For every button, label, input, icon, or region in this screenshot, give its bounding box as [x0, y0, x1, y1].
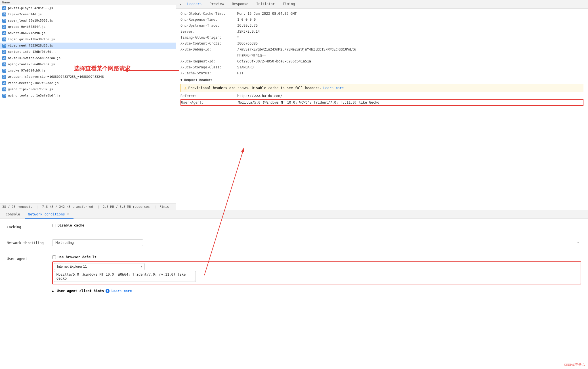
network-list-item[interactable]: JStips-e2ceaad14d.js — [0, 11, 176, 18]
status-resources: 2.5 MB / 3.3 MB resources — [103, 205, 150, 209]
js-file-icon: JS — [2, 25, 6, 29]
ua-select-row: Internet Explorer 11Chrome - AndroidChro… — [54, 263, 579, 270]
tab-initiator[interactable]: Initiator — [253, 0, 278, 8]
tab-response[interactable]: Response — [228, 0, 252, 8]
headers-tab-bar: × HeadersPreviewResponseInitiatorTiming — [176, 0, 588, 9]
tab-timing[interactable]: Timing — [279, 0, 298, 8]
headers-content: Ohc-Global-Cache-Time:Mon, 15 Jun 2023 0… — [176, 9, 588, 210]
network-list-item[interactable]: JSaging-tools-pc-1e5afe8bdf.js — [0, 93, 176, 99]
network-list-item[interactable]: JSai-talk-switch-55b86ed2aa.js — [0, 55, 176, 61]
network-list-item[interactable]: JScontent-info-12dbf9fb6d... — [0, 49, 176, 55]
caching-checkbox-row: Disable cache — [52, 223, 581, 227]
caching-label: Caching — [7, 223, 52, 229]
status-bar: 38 / 95 requests | 7.8 kB / 242 kB trans… — [0, 204, 176, 210]
header-value: 36.99.3.75 — [237, 24, 583, 28]
network-item-name: video-meeting-1be7f62dac.js — [8, 81, 59, 85]
header-name — [180, 53, 237, 57]
panel-close-button[interactable]: × — [178, 2, 183, 7]
response-header-row: Ohc-Global-Cache-Time:Mon, 15 Jun 2023 0… — [180, 11, 583, 17]
network-conditions-tab-label: Network conditions — [28, 212, 65, 216]
status-finish: Finis — [159, 205, 169, 209]
warning-icon: ⚠ — [184, 86, 186, 90]
hints-info-icon[interactable]: i — [106, 289, 110, 293]
network-item-name: invoke-97e9694cb9.js — [8, 69, 45, 72]
network-list-item[interactable]: JSlogin_guide-4fba3971ce.js — [0, 36, 176, 43]
request-header-row: Referer:https://www.baidu.com/ — [180, 93, 583, 99]
request-headers-title[interactable]: ▼ Request Headers — [180, 76, 583, 83]
tab-headers[interactable]: Headers — [184, 0, 205, 8]
js-file-icon: JS — [2, 87, 6, 91]
network-list-item[interactable]: JSpc-tts-player_4205f55.js — [0, 5, 176, 11]
network-list-item[interactable]: JSwrapper.js?cdnversion=1688097483725&_=… — [0, 74, 176, 80]
network-item-name: aging-tools-35648b2e67.js — [8, 62, 55, 66]
network-list[interactable]: JSpc-tts-player_4205f55.jsJStips-e2ceaad… — [0, 5, 176, 204]
use-browser-default-checkbox[interactable] — [52, 255, 56, 259]
network-name-column-header: Name — [2, 1, 10, 4]
header-name: X-Bce-Storage-Class: — [180, 65, 237, 69]
devtools-wrapper: Name JSpc-tts-player_4205f55.jsJStips-e2… — [0, 0, 588, 369]
ua-hints-learn-more[interactable]: Learn more — [111, 289, 132, 293]
response-header-row: Timing-Allow-Origin:* — [180, 35, 583, 41]
header-name: Ohc-Global-Cache-Time: — [180, 12, 237, 16]
header-value: 1 0 0 0 0 — [237, 18, 583, 22]
console-tab[interactable]: Console — [2, 210, 24, 219]
throttling-row: Network throttling No throttlingFast 3GS… — [7, 239, 581, 248]
js-file-icon: JS — [2, 12, 6, 16]
network-conditions-tab[interactable]: Network conditions × — [25, 210, 74, 219]
ua-browser-select[interactable]: Internet Explorer 11Chrome - AndroidChro… — [54, 263, 145, 270]
request-header-row: User-Agent:Mozilla/5.0 (Windows NT 10.0;… — [180, 99, 583, 106]
header-value: 6df2933f-3072-4950-bca8-0286c541a51a — [237, 59, 583, 63]
console-tab-label: Console — [6, 212, 20, 216]
ua-string-input[interactable] — [54, 271, 196, 282]
network-conditions-tab-close[interactable]: × — [66, 212, 70, 216]
network-item-name: qrcode-0e4b67354f.js — [8, 25, 45, 29]
throttling-select[interactable]: No throttlingFast 3GSlow 3GOffline — [52, 239, 143, 246]
network-item-name: video-meet-7833028d86.js — [8, 44, 53, 47]
header-value: 3066766385 — [237, 41, 583, 45]
js-file-icon: JS — [2, 56, 6, 60]
header-name: X-Cache-Status: — [180, 71, 237, 75]
js-file-icon: JS — [2, 69, 6, 73]
header-value: * — [237, 35, 583, 39]
response-header-row: Ohc-Response-Time:1 0 0 0 0 — [180, 17, 583, 23]
header-name: Ohc-Upstream-Trace: — [180, 24, 237, 28]
caching-control: Disable cache — [52, 223, 581, 227]
network-conditions-panel: Caching Disable cache Network throttling — [0, 219, 588, 369]
network-item-name: pc-tts-player_4205f55.js — [8, 6, 53, 10]
caching-row: Caching Disable cache — [7, 223, 581, 232]
js-file-icon: JS — [2, 62, 6, 66]
user-agent-control: Use browser default Internet Explorer 11… — [52, 255, 581, 293]
network-item-name: content-info-12dbf9fb6d... — [8, 50, 57, 54]
network-list-item[interactable]: JSvideo-meet-7833028d86.js — [0, 43, 176, 49]
header-name: User-Agent: — [181, 100, 238, 104]
network-list-item[interactable]: JSguide_tips-d9e617f782.js — [0, 86, 176, 93]
response-header-row: X-Bce-Storage-Class:STANDARD — [180, 64, 583, 70]
disable-cache-checkbox[interactable] — [52, 224, 56, 227]
network-list-item[interactable]: JSadvert-064271ed9b.js — [0, 30, 176, 36]
header-value: JSP3/2.0.14 — [237, 30, 583, 33]
left-panel: Name JSpc-tts-player_4205f55.jsJStips-e2… — [0, 0, 176, 210]
throttling-label: Network throttling — [7, 239, 52, 245]
learn-more-link[interactable]: Learn more — [323, 86, 344, 90]
top-split: Name JSpc-tts-player_4205f55.jsJStips-e2… — [0, 0, 588, 210]
user-agent-row: User agent Use browser default — [7, 255, 581, 293]
network-list-item[interactable]: JSsuper_load-86e18c5005.js — [0, 18, 176, 24]
js-file-icon: JS — [2, 75, 6, 79]
js-file-icon: JS — [2, 19, 6, 23]
response-header-row: X-Bce-Content-Crc32:3066766385 — [180, 41, 583, 47]
status-transferred: 7.8 kB / 242 kB transferred — [42, 205, 93, 209]
network-item-name: guide_tips-d9e617f782.js — [8, 87, 53, 91]
network-list-item[interactable]: JSqrcode-0e4b67354f.js — [0, 24, 176, 30]
tab-preview[interactable]: Preview — [206, 0, 228, 8]
header-name: Timing-Allow-Origin: — [180, 35, 237, 39]
provisional-text: Provisional headers are shown. Disable c… — [188, 86, 322, 90]
network-list-item[interactable]: JSvideo-meeting-1be7f62dac.js — [0, 80, 176, 86]
request-headers-section[interactable]: ▼ Request Headers ⚠ Provisional headers … — [180, 76, 583, 106]
header-value: https://www.baidu.com/ — [237, 94, 583, 98]
network-item-name: super_load-86e18c5005.js — [8, 19, 53, 22]
header-name: X-Bce-Content-Crc32: — [180, 41, 237, 45]
response-header-row: Ohc-Upstream-Trace:36.99.3.75 — [180, 23, 583, 29]
throttling-select-wrapper: No throttlingFast 3GSlow 3GOffline ▾ — [52, 239, 581, 246]
js-file-icon: JS — [2, 44, 6, 48]
response-header-row: Server:JSP3/2.0.14 — [180, 29, 583, 35]
